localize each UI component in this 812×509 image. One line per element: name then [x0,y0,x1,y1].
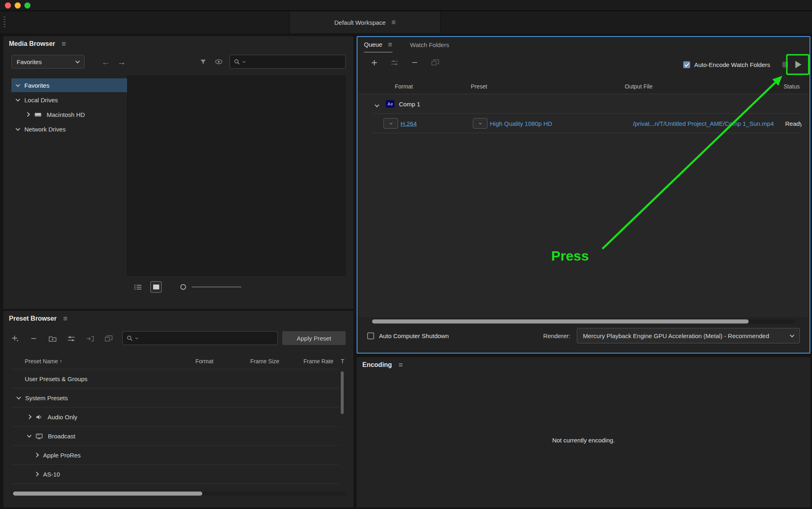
forward-icon[interactable]: → [117,58,126,66]
zoom-out-icon[interactable] [180,284,186,290]
media-browser-tree: Favorites Local Drives Macintosh HD Netw… [11,75,127,276]
renderer-group: Renderer: Mercury Playback Engine GPU Ac… [543,328,800,343]
duplicate-icon[interactable] [431,58,440,67]
media-browser-content-area[interactable] [127,75,346,276]
chevron-right-icon[interactable] [25,112,30,116]
tab-watch-folders[interactable]: Watch Folders [410,37,449,52]
import-preset-icon[interactable] [85,334,94,343]
preset-settings-icon[interactable] [67,334,76,343]
preset-row-as-10[interactable]: AS-10 [11,465,339,484]
preset-browser-title: Preset Browser [9,315,56,322]
preset-browser-columns: Preset Name ↑ Format Frame Size Frame Ra… [3,358,353,367]
preset-row-audio-only[interactable]: Audio Only [11,408,339,427]
column-frame-size[interactable]: Frame Size [250,358,279,364]
zoom-window-button[interactable] [24,2,30,9]
minimize-window-button[interactable] [15,2,21,9]
tab-queue[interactable]: Queue ≡ [364,37,392,52]
horizontal-scrollbar-thumb[interactable] [372,319,749,324]
workspace-bar: Default Workspace ≡ [0,11,812,33]
drive-icon [34,112,42,117]
filter-icon[interactable] [199,57,208,66]
list-view-icon[interactable] [133,283,142,291]
chevron-right-icon[interactable] [34,472,39,476]
tree-item-label: Macintosh HD [47,111,85,118]
zoom-slider[interactable] [192,287,241,287]
queue-group-row[interactable]: Ae Comp 1 [358,94,809,114]
media-search-box [230,55,346,69]
encoding-menu-icon[interactable]: ≡ [398,361,403,369]
preset-search-input[interactable] [141,335,273,342]
workspace-menu-icon[interactable]: ≡ [391,19,396,26]
auto-encode-checkbox[interactable] [683,61,690,68]
preset-row-user-presets[interactable]: User Presets & Groups [11,369,339,388]
tree-item-favorites[interactable]: Favorites [11,78,127,92]
vertical-scrollbar-thumb[interactable] [341,371,344,414]
chevron-down-icon[interactable] [27,433,31,438]
media-browser-view-controls [133,281,241,293]
source-dropdown-value: Favorites [17,58,42,65]
media-browser-title: Media Browser [9,40,55,47]
horizontal-scrollbar[interactable] [372,319,795,324]
chevron-down-icon[interactable] [15,126,20,131]
delete-preset-icon[interactable] [29,334,38,343]
chevron-down-icon[interactable] [16,395,21,399]
queue-group-label: Comp 1 [399,101,420,108]
titlebar [0,0,812,11]
chevron-down-icon[interactable] [375,103,379,107]
start-queue-icon[interactable] [795,61,801,68]
tree-item-local-drives[interactable]: Local Drives [11,93,127,107]
tree-item-macintosh-hd[interactable]: Macintosh HD [11,108,127,121]
output-file-link[interactable]: /privat...n/T/Untitled Project_AME/Comp … [633,120,774,127]
job-settings-icon[interactable] [390,58,399,67]
new-group-icon[interactable] [48,334,57,343]
column-frame-rate[interactable]: Frame Rate [303,358,333,364]
column-preset-name[interactable]: Preset Name ↑ [25,358,63,364]
sort-ascending-icon: ↑ [60,358,63,364]
thumbnail-view-icon[interactable] [150,281,162,293]
remove-source-icon[interactable] [410,58,419,67]
search-scope-chevron-icon[interactable] [135,336,138,339]
encoding-header: Encoding ≡ [362,361,403,369]
eye-icon[interactable] [214,57,223,66]
panel-grip-icon[interactable] [4,17,5,29]
format-dropdown-button[interactable] [383,118,398,129]
apply-preset-button[interactable]: Apply Preset [282,331,346,345]
horizontal-scrollbar[interactable] [11,492,346,496]
create-preset-icon[interactable] [11,334,19,343]
preset-row-apple-prores[interactable]: Apple ProRes [11,446,339,465]
back-icon[interactable]: ← [102,58,110,66]
media-browser-menu-icon[interactable]: ≡ [62,40,66,47]
stop-queue-icon[interactable] [782,62,788,67]
queue-job-row[interactable]: H.264 High Quality 1080p HD /privat...n/… [358,114,809,133]
horizontal-scrollbar-thumb[interactable] [13,492,202,496]
chevron-down-icon[interactable] [15,97,20,101]
close-window-button[interactable] [5,2,11,9]
renderer-dropdown[interactable]: Mercury Playback Engine GPU Acceleration… [577,328,800,343]
preset-browser-menu-icon[interactable]: ≡ [63,315,67,322]
column-format[interactable]: Format [195,358,213,364]
format-link[interactable]: H.264 [401,120,417,127]
media-browser-toolbar-right [199,55,346,69]
queue-bottom-bar: Auto Computer Shutdown Renderer: Mercury… [367,327,800,345]
preset-row-broadcast[interactable]: Broadcast [11,427,339,446]
add-source-icon[interactable] [370,58,379,67]
queue-menu-icon[interactable]: ≡ [388,41,392,48]
column-target[interactable]: T [341,358,344,364]
export-preset-icon[interactable] [104,334,113,343]
media-search-input[interactable] [248,58,341,65]
media-browser-toolbar: Favorites ← → [11,54,346,69]
preset-link[interactable]: High Quality 1080p HD [490,120,552,127]
auto-shutdown-checkbox[interactable] [367,332,374,339]
queue-table: Ae Comp 1 H.264 High Quality 1080p HD /p… [358,94,809,317]
source-dropdown[interactable]: Favorites [11,55,84,69]
thumbnail-view-fill [153,285,159,289]
chevron-right-icon[interactable] [27,414,31,419]
preset-dropdown-button[interactable] [473,118,487,129]
workspace-tab[interactable]: Default Workspace ≡ [289,11,441,33]
chevron-down-icon[interactable] [15,82,20,87]
preset-row-system-presets[interactable]: System Presets [11,388,339,408]
search-scope-chevron-icon[interactable] [243,60,245,63]
chevron-right-icon[interactable] [34,453,39,457]
column-output-file: Output File [625,83,652,90]
tree-item-network-drives[interactable]: Network Drives [11,122,127,136]
